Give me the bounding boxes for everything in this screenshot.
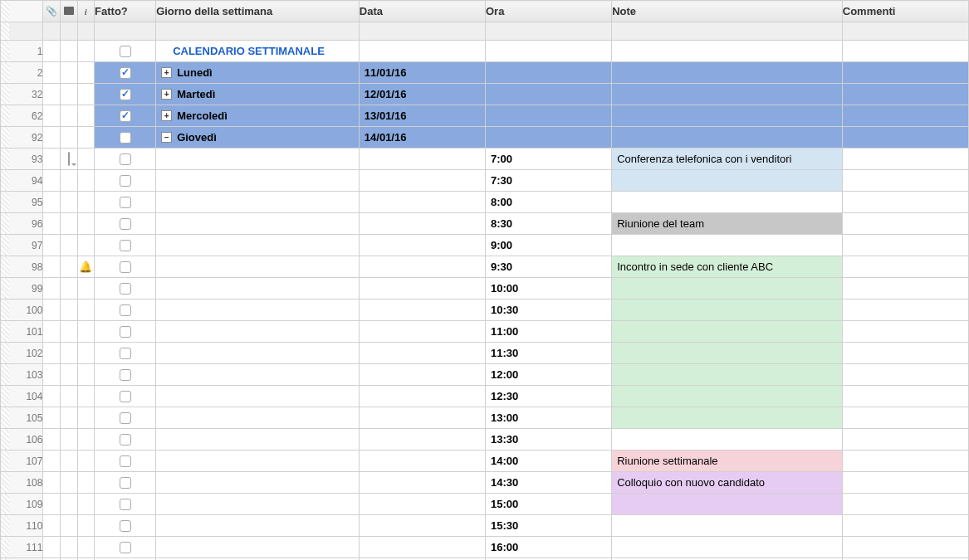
row-number[interactable]: 107 [1, 450, 43, 472]
checkbox[interactable] [120, 67, 131, 79]
cell-giorno[interactable] [156, 235, 360, 256]
cell-giorno[interactable] [156, 537, 360, 558]
cell-ora[interactable] [486, 127, 612, 149]
cell-comment[interactable] [60, 429, 77, 450]
cell-info[interactable] [77, 84, 95, 105]
collapse-icon[interactable]: – [161, 132, 172, 143]
cell-info[interactable] [77, 386, 95, 407]
row-number[interactable]: 94 [1, 170, 43, 192]
checkbox[interactable] [120, 326, 131, 338]
cell-attach[interactable] [43, 321, 61, 343]
row-number[interactable]: 105 [1, 407, 43, 429]
header-note[interactable]: Note [612, 1, 843, 22]
cell-commenti[interactable] [842, 494, 968, 515]
row-number[interactable]: 104 [1, 386, 43, 407]
cell-info[interactable] [77, 192, 95, 213]
cell-attach[interactable] [43, 537, 61, 558]
cell-giorno[interactable] [156, 364, 360, 386]
cell-info[interactable] [77, 62, 95, 84]
cell-comment[interactable] [60, 299, 77, 321]
cell-comment[interactable] [60, 149, 77, 170]
row-number[interactable]: 109 [1, 494, 43, 515]
cell-info[interactable] [77, 213, 95, 235]
cell-note[interactable] [612, 278, 843, 299]
cell-commenti[interactable] [842, 235, 968, 256]
cell-comment[interactable] [60, 213, 77, 235]
cell-fatto[interactable] [95, 213, 156, 235]
checkbox[interactable] [120, 153, 131, 165]
row-number[interactable]: 108 [1, 472, 43, 494]
row-number[interactable]: 99 [1, 278, 43, 299]
cell-data[interactable]: 11/01/16 [359, 62, 485, 84]
cell-ora[interactable]: 15:00 [486, 494, 612, 515]
cell-info[interactable] [77, 515, 95, 537]
cell-comment[interactable] [60, 321, 77, 343]
cell-commenti[interactable] [842, 386, 968, 407]
cell-note[interactable] [612, 407, 843, 429]
cell-ora[interactable]: 16:00 [486, 537, 612, 558]
cell-giorno[interactable] [156, 213, 360, 235]
cell-commenti[interactable] [842, 537, 968, 558]
cell-info[interactable] [77, 343, 95, 364]
cell-attach[interactable] [43, 149, 61, 170]
cell-data[interactable] [359, 386, 485, 407]
cell-attach[interactable] [43, 84, 61, 105]
cell-commenti[interactable] [842, 515, 968, 537]
cell-giorno[interactable] [156, 299, 360, 321]
cell-info[interactable] [77, 494, 95, 515]
cell-commenti[interactable] [842, 343, 968, 364]
cell-ora[interactable]: 11:30 [486, 343, 612, 364]
cell-note[interactable] [612, 62, 843, 84]
checkbox[interactable] [120, 132, 131, 144]
cell-comment[interactable] [60, 235, 77, 256]
cell-note[interactable]: Incontro in sede con cliente ABC [612, 256, 843, 278]
checkbox[interactable] [120, 46, 131, 57]
cell-note[interactable] [612, 235, 843, 256]
cell-commenti[interactable] [842, 299, 968, 321]
cell-commenti[interactable] [842, 149, 968, 170]
cell-giorno[interactable] [156, 494, 360, 515]
cell-data[interactable] [359, 41, 485, 62]
checkbox[interactable] [120, 197, 131, 208]
cell-giorno[interactable] [156, 386, 360, 407]
row-number[interactable]: 1 [1, 41, 43, 62]
cell-giorno[interactable] [156, 515, 360, 537]
header-comment[interactable] [60, 1, 77, 22]
cell-attach[interactable] [43, 256, 61, 278]
row-number[interactable]: 62 [1, 105, 43, 127]
cell-fatto[interactable] [95, 472, 156, 494]
cell-info[interactable] [77, 429, 95, 450]
row-number[interactable]: 102 [1, 343, 43, 364]
cell-ora[interactable]: 13:30 [486, 429, 612, 450]
cell-ora[interactable] [486, 41, 612, 62]
cell-data[interactable]: 12/01/16 [359, 84, 485, 105]
row-number[interactable]: 96 [1, 213, 43, 235]
cell-info[interactable]: 🔔 [77, 256, 95, 278]
header-rownum[interactable] [1, 1, 43, 22]
cell-fatto[interactable] [95, 170, 156, 192]
cell-fatto[interactable] [95, 450, 156, 472]
cell-data[interactable] [359, 213, 485, 235]
cell-fatto[interactable] [95, 515, 156, 537]
cell-ora[interactable]: 8:30 [486, 213, 612, 235]
cell-info[interactable] [77, 170, 95, 192]
cell-data[interactable] [359, 472, 485, 494]
cell-giorno[interactable] [156, 343, 360, 364]
cell-comment[interactable] [60, 343, 77, 364]
cell-data[interactable] [359, 537, 485, 558]
bell-icon[interactable]: 🔔 [78, 261, 95, 273]
cell-comment[interactable] [60, 62, 77, 84]
cell-comment[interactable] [60, 256, 77, 278]
header-giorno[interactable]: Giorno della settimana [156, 1, 360, 22]
cell-fatto[interactable] [95, 62, 156, 84]
cell-giorno[interactable] [156, 256, 360, 278]
cell-data[interactable] [359, 343, 485, 364]
cell-comment[interactable] [60, 537, 77, 558]
cell-commenti[interactable] [842, 429, 968, 450]
cell-note[interactable] [612, 299, 843, 321]
cell-data[interactable] [359, 235, 485, 256]
checkbox[interactable] [120, 455, 131, 467]
cell-note[interactable] [612, 84, 843, 105]
cell-comment[interactable] [60, 494, 77, 515]
cell-ora[interactable]: 14:30 [486, 472, 612, 494]
